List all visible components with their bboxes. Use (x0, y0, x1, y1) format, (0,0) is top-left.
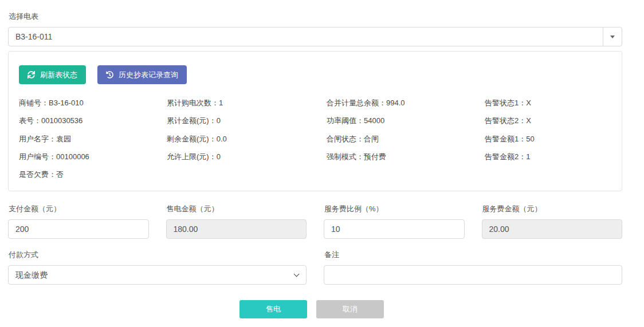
info-column-2: 累计购电次数：1 累计金额(元)：0 剩余金额(元)：0.0 允许上限(元)：0 (167, 99, 327, 179)
sell-amount-input (166, 219, 307, 239)
meter-select-label: 选择电表 (9, 11, 622, 22)
pay-amount-field-group: 支付金额（元） (8, 204, 149, 239)
pay-amount-label: 支付金额（元） (9, 204, 149, 214)
action-buttons: 售电 取消 (8, 300, 622, 318)
refresh-status-button-label: 刷新表状态 (40, 70, 77, 80)
info-column-1: 商铺号：B3-16-010 表号：0010030536 用户名字：袁园 用户编号… (19, 99, 167, 179)
info-alarm-amount-1: 告警金额1：50 (485, 135, 611, 144)
info-alarm-status-1: 告警状态1：X (485, 99, 611, 108)
sell-amount-field-group: 售电金额（元） (166, 204, 307, 239)
info-purchase-count: 累计购电次数：1 (167, 99, 327, 108)
info-remaining-amount: 剩余金额(元)：0.0 (167, 135, 327, 144)
cancel-button[interactable]: 取消 (316, 300, 384, 318)
sell-button[interactable]: 售电 (239, 300, 307, 318)
caret-down-icon (610, 36, 615, 38)
service-fee-ratio-label: 服务费比例（%） (324, 204, 465, 214)
history-icon (106, 71, 113, 78)
refresh-icon (28, 71, 35, 78)
sell-electricity-page: 选择电表 B3-16-011 刷新表状态 历史抄表记录查询 商铺号：B (8, 0, 622, 318)
meter-select-combobox[interactable]: B3-16-011 (8, 27, 622, 46)
info-combined-balance: 合并计量总余额：994.0 (327, 99, 485, 108)
info-switch-status: 合闸状态：合闸 (327, 135, 485, 144)
remark-input[interactable] (324, 265, 622, 285)
info-meter-number: 表号：0010030536 (19, 116, 167, 125)
history-records-button[interactable]: 历史抄表记录查询 (97, 65, 187, 84)
info-force-mode: 强制模式：预付费 (327, 152, 485, 161)
payment-remark-row: 付款方式 现金缴费 备注 (8, 250, 622, 285)
payment-method-field-group: 付款方式 现金缴费 (8, 250, 307, 285)
remark-label: 备注 (324, 250, 622, 260)
refresh-status-button[interactable]: 刷新表状态 (19, 65, 86, 84)
info-allowed-limit: 允许上限(元)：0 (167, 152, 327, 161)
remark-field-group: 备注 (324, 250, 622, 285)
payment-method-select-wrap: 现金缴费 (8, 265, 307, 285)
info-shop-number: 商铺号：B3-16-010 (19, 99, 167, 108)
panel-toolbar: 刷新表状态 历史抄表记录查询 (19, 65, 611, 84)
info-alarm-amount-2: 告警金额2：1 (485, 152, 611, 161)
info-column-3: 合并计量总余额：994.0 功率阈值：54000 合闸状态：合闸 强制模式：预付… (327, 99, 485, 179)
payment-method-label: 付款方式 (9, 250, 307, 260)
amount-fields-row: 支付金额（元） 售电金额（元） 服务费比例（%） 服务费金额（元） (8, 204, 622, 239)
service-fee-amount-input (482, 219, 623, 239)
payment-method-select[interactable]: 现金缴费 (8, 265, 307, 285)
service-fee-amount-field-group: 服务费金额（元） (482, 204, 623, 239)
info-user-id: 用户编号：00100006 (19, 152, 167, 161)
meter-status-panel: 刷新表状态 历史抄表记录查询 商铺号：B3-16-010 表号：00100305… (8, 51, 622, 191)
meter-select-caret-button[interactable] (603, 27, 622, 46)
sell-amount-label: 售电金额（元） (167, 204, 307, 214)
info-total-amount: 累计金额(元)：0 (167, 116, 327, 125)
pay-amount-input[interactable] (8, 219, 149, 239)
info-power-threshold: 功率阈值：54000 (327, 116, 485, 125)
info-alarm-status-2: 告警状态2：X (485, 116, 611, 125)
info-user-name: 用户名字：袁园 (19, 135, 167, 144)
info-arrears: 是否欠费：否 (19, 170, 167, 179)
info-column-4: 告警状态1：X 告警状态2：X 告警金额1：50 告警金额2：1 (485, 99, 611, 179)
history-records-button-label: 历史抄表记录查询 (119, 70, 178, 80)
service-fee-ratio-field-group: 服务费比例（%） (324, 204, 465, 239)
meter-select-value[interactable]: B3-16-011 (9, 27, 603, 46)
service-fee-ratio-input[interactable] (324, 219, 465, 239)
meter-info-grid: 商铺号：B3-16-010 表号：0010030536 用户名字：袁园 用户编号… (19, 99, 611, 179)
service-fee-amount-label: 服务费金额（元） (482, 204, 623, 214)
